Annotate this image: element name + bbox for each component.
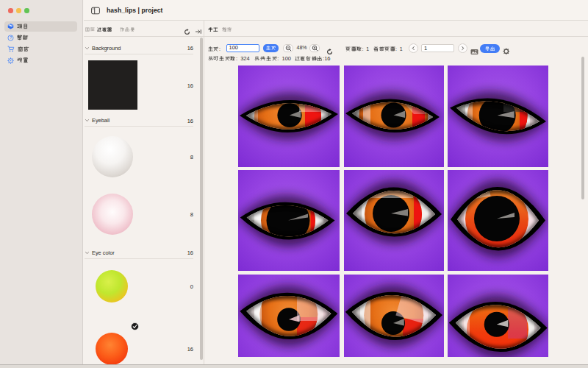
svg-text:?: ? — [10, 35, 12, 40]
